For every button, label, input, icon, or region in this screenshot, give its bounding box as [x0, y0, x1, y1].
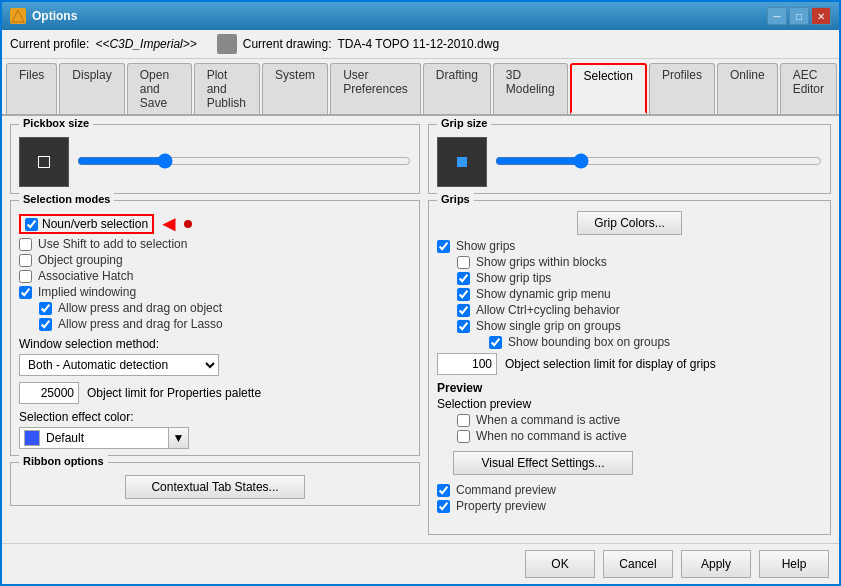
show-bounding-box-row: Show bounding box on groups [437, 335, 822, 349]
window-title: Options [32, 9, 77, 23]
property-preview-label: Property preview [456, 499, 546, 513]
show-grips-blocks-checkbox[interactable] [457, 256, 470, 269]
pickbox-preview [19, 137, 69, 187]
left-panel: Pickbox size Selection modes Noun/ver [10, 124, 420, 535]
color-value: Default [46, 431, 84, 445]
show-grips-label: Show grips [456, 239, 515, 253]
noun-verb-checkbox[interactable] [25, 218, 38, 231]
when-no-command-checkbox[interactable] [457, 430, 470, 443]
tab-drafting[interactable]: Drafting [423, 63, 491, 114]
associative-hatch-label: Associative Hatch [38, 269, 133, 283]
tab-open-save[interactable]: Open and Save [127, 63, 192, 114]
red-dot [184, 220, 192, 228]
close-button[interactable]: ✕ [811, 7, 831, 25]
grip-object-limit-row: Object selection limit for display of gr… [437, 353, 822, 375]
color-dropdown-arrow[interactable]: ▼ [169, 427, 189, 449]
object-limit-label: Object limit for Properties palette [87, 386, 261, 400]
use-shift-checkbox[interactable] [19, 238, 32, 251]
visual-effect-button[interactable]: Visual Effect Settings... [453, 451, 633, 475]
ok-button[interactable]: OK [525, 550, 595, 578]
show-bounding-box-checkbox[interactable] [489, 336, 502, 349]
noun-verb-label: Noun/verb selection [42, 217, 148, 231]
apply-button[interactable]: Apply [681, 550, 751, 578]
object-grouping-checkbox[interactable] [19, 254, 32, 267]
selection-effect-section: Selection effect color: Default ▼ [19, 410, 411, 449]
show-grips-checkbox[interactable] [437, 240, 450, 253]
tab-system[interactable]: System [262, 63, 328, 114]
ribbon-options-label: Ribbon options [19, 455, 108, 467]
tab-plot-publish[interactable]: Plot and Publish [194, 63, 260, 114]
color-selector[interactable]: Default [19, 427, 169, 449]
tab-user-preferences[interactable]: User Preferences [330, 63, 421, 114]
minimize-button[interactable]: ─ [767, 7, 787, 25]
selection-effect-label: Selection effect color: [19, 410, 411, 424]
when-no-command-label: When no command is active [476, 429, 627, 443]
object-grouping-label: Object grouping [38, 253, 123, 267]
tab-aec-editor[interactable]: AEC Editor [780, 63, 837, 114]
options-window: Options ─ □ ✕ Current profile: <<C3D_Imp… [0, 0, 841, 586]
allow-press-drag-checkbox[interactable] [39, 302, 52, 315]
property-preview-checkbox[interactable] [437, 500, 450, 513]
right-panel: Grip size Grips Grip Colors... [428, 124, 831, 535]
pickbox-inner [38, 156, 50, 168]
object-limit-input[interactable] [19, 382, 79, 404]
object-grouping-row: Object grouping [19, 253, 411, 267]
show-grip-tips-label: Show grip tips [476, 271, 551, 285]
allow-ctrl-cycling-checkbox[interactable] [457, 304, 470, 317]
pickbox-slider[interactable] [77, 153, 411, 169]
cancel-button[interactable]: Cancel [603, 550, 673, 578]
app-icon [10, 8, 26, 24]
grip-preview [437, 137, 487, 187]
tab-selection[interactable]: Selection [570, 63, 647, 114]
pickbox-slider-container [77, 153, 411, 172]
window-selection-label: Window selection method: [19, 337, 411, 351]
selection-preview-label: Selection preview [437, 397, 822, 411]
pickbox-group: Pickbox size [10, 124, 420, 194]
tab-profiles[interactable]: Profiles [649, 63, 715, 114]
contextual-tab-button[interactable]: Contextual Tab States... [125, 475, 305, 499]
tabs-bar: Files Display Open and Save Plot and Pub… [2, 59, 839, 116]
drawing-icon [217, 34, 237, 54]
grip-colors-row: Grip Colors... [437, 211, 822, 235]
when-command-active-label: When a command is active [476, 413, 620, 427]
window-selection-section: Window selection method: Both - Automati… [19, 337, 411, 376]
selection-modes-group: Selection modes Noun/verb selection ◄ Us… [10, 200, 420, 456]
tab-display[interactable]: Display [59, 63, 124, 114]
command-preview-row: Command preview [437, 483, 822, 497]
property-preview-row: Property preview [437, 499, 822, 513]
when-command-active-checkbox[interactable] [457, 414, 470, 427]
preview-label: Preview [437, 381, 822, 395]
associative-hatch-checkbox[interactable] [19, 270, 32, 283]
allow-press-lasso-label: Allow press and drag for Lasso [58, 317, 223, 331]
show-single-grip-row: Show single grip on groups [437, 319, 822, 333]
window-selection-dropdown[interactable]: Both - Automatic detection [19, 354, 219, 376]
selection-modes-label: Selection modes [19, 193, 114, 205]
grip-size-group: Grip size [428, 124, 831, 194]
grip-size-slider[interactable] [495, 153, 822, 169]
show-dynamic-grip-label: Show dynamic grip menu [476, 287, 611, 301]
grip-colors-button[interactable]: Grip Colors... [577, 211, 682, 235]
tab-online[interactable]: Online [717, 63, 778, 114]
visual-effect-row: Visual Effect Settings... [453, 447, 822, 479]
grip-size-row [437, 137, 822, 187]
grip-size-slider-container [495, 153, 822, 172]
allow-press-lasso-checkbox[interactable] [39, 318, 52, 331]
show-grip-tips-checkbox[interactable] [457, 272, 470, 285]
command-preview-label: Command preview [456, 483, 556, 497]
grip-object-limit-input[interactable] [437, 353, 497, 375]
tab-3d-modeling[interactable]: 3D Modeling [493, 63, 568, 114]
associative-hatch-row: Associative Hatch [19, 269, 411, 283]
command-preview-checkbox[interactable] [437, 484, 450, 497]
allow-press-drag-row: Allow press and drag on object [19, 301, 411, 315]
allow-ctrl-cycling-row: Allow Ctrl+cycling behavior [437, 303, 822, 317]
color-dropdown-row: Default ▼ [19, 427, 411, 449]
implied-windowing-checkbox[interactable] [19, 286, 32, 299]
help-button[interactable]: Help [759, 550, 829, 578]
show-single-grip-checkbox[interactable] [457, 320, 470, 333]
grip-size-label: Grip size [437, 117, 491, 129]
show-grips-blocks-row: Show grips within blocks [437, 255, 822, 269]
tab-files[interactable]: Files [6, 63, 57, 114]
show-dynamic-grip-checkbox[interactable] [457, 288, 470, 301]
maximize-button[interactable]: □ [789, 7, 809, 25]
profile-bar: Current profile: <<C3D_Imperial>> Curren… [2, 30, 839, 59]
